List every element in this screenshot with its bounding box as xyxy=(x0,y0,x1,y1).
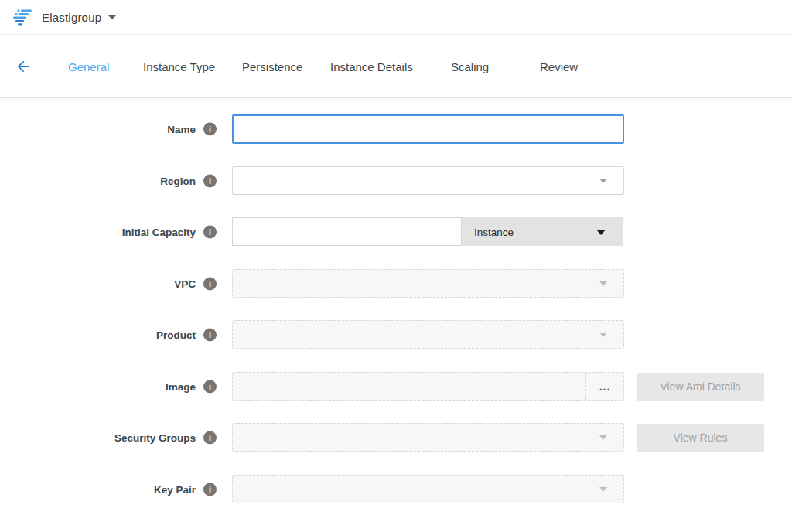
vpc-select[interactable] xyxy=(232,269,624,298)
name-input[interactable] xyxy=(232,114,624,144)
caret-down-icon xyxy=(599,487,607,492)
caret-down-icon xyxy=(599,435,607,440)
initial-capacity-input[interactable] xyxy=(232,217,462,246)
wizard-tab-bar: General Instance Type Persistence Instan… xyxy=(0,36,792,98)
info-icon[interactable] xyxy=(203,431,217,445)
product-label: Product xyxy=(156,329,196,341)
tab-instance-type[interactable]: Instance Type xyxy=(143,60,215,73)
form-row-vpc: VPC xyxy=(0,269,792,298)
caret-down-icon xyxy=(599,179,607,183)
form-row-region: Region xyxy=(0,166,792,196)
top-bar: Elastigroup xyxy=(0,0,792,35)
tab-persistence[interactable]: Persistence xyxy=(242,60,302,73)
image-input[interactable]: ... xyxy=(232,372,624,401)
capacity-unit-value: Instance xyxy=(474,226,514,237)
info-icon[interactable] xyxy=(203,380,217,394)
view-rules-button[interactable]: View Rules xyxy=(637,424,764,452)
form-row-security-groups: Security Groups View Rules xyxy=(0,423,792,452)
product-select[interactable] xyxy=(232,320,624,349)
app-title: Elastigroup xyxy=(42,11,101,24)
caret-down-icon xyxy=(108,15,116,19)
name-label: Name xyxy=(167,124,196,135)
caret-down-icon xyxy=(599,332,607,337)
initial-capacity-label: Initial Capacity xyxy=(122,227,196,238)
caret-down-icon xyxy=(596,230,606,235)
info-icon[interactable] xyxy=(203,483,217,496)
form-row-product: Product xyxy=(0,320,792,350)
form-row-image: Image ... View Ami Details xyxy=(0,372,792,401)
view-ami-details-button[interactable]: View Ami Details xyxy=(637,373,764,401)
info-icon[interactable] xyxy=(203,278,217,291)
security-groups-label: Security Groups xyxy=(114,432,196,444)
form-row-initial-capacity: Initial Capacity Instance xyxy=(0,217,792,247)
back-arrow-icon[interactable] xyxy=(15,58,32,75)
key-pair-select[interactable] xyxy=(232,475,624,503)
region-label: Region xyxy=(160,176,196,187)
tab-general[interactable]: General xyxy=(68,60,109,73)
elastigroup-app-switcher[interactable]: Elastigroup xyxy=(13,9,116,26)
elastigroup-logo-icon xyxy=(13,9,33,26)
caret-down-icon xyxy=(599,281,607,286)
security-groups-select[interactable] xyxy=(232,423,624,452)
region-select[interactable] xyxy=(232,166,624,195)
key-pair-label: Key Pair xyxy=(154,484,196,496)
info-icon[interactable] xyxy=(203,226,217,239)
form-row-key-pair: Key Pair xyxy=(0,475,792,504)
info-icon[interactable] xyxy=(203,123,217,136)
image-label: Image xyxy=(166,381,196,393)
capacity-unit-select[interactable]: Instance xyxy=(462,217,623,246)
info-icon[interactable] xyxy=(203,329,217,342)
tab-review[interactable]: Review xyxy=(540,60,578,73)
tab-scaling[interactable]: Scaling xyxy=(451,60,489,73)
browse-image-button[interactable]: ... xyxy=(585,373,623,400)
vpc-label: VPC xyxy=(174,278,196,290)
tab-instance-details[interactable]: Instance Details xyxy=(330,60,413,73)
form-row-name: Name xyxy=(0,114,792,144)
info-icon[interactable] xyxy=(203,175,217,188)
